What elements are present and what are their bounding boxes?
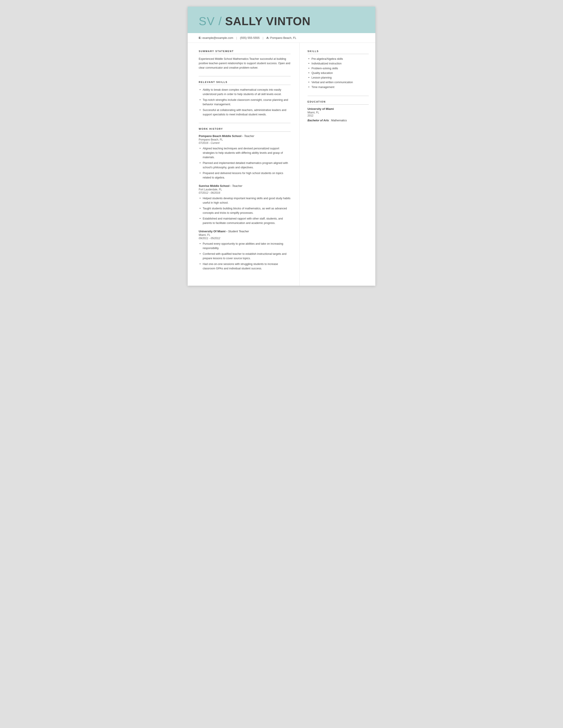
list-item: Successful at collaborating with teacher…: [199, 108, 291, 117]
email-value: example@example.com: [202, 36, 233, 39]
work-dates-2: 07/2012 - 06/2016: [199, 191, 291, 194]
education-title: EDUCATION: [308, 100, 369, 105]
list-item: Verbal and written communication: [308, 80, 369, 85]
list-item: Top-notch strengths include classroom ov…: [199, 98, 291, 107]
work-location-2: Fort Lauderdale, FL: [199, 188, 291, 191]
divider-1: [199, 76, 291, 76]
work-bullets-2: Helped students develop important learni…: [199, 196, 291, 225]
list-item: Individualized instruction: [308, 61, 369, 66]
address-label: A:: [266, 36, 269, 39]
right-column: SKILLS Pre-algebra/Algebra skills Indivi…: [300, 43, 375, 286]
contact-bar: E: example@example.com | (555) 555-5555 …: [188, 33, 375, 43]
work-dates-1: 07/2016 - Current: [199, 141, 291, 144]
work-location-3: Miami, FL: [199, 233, 291, 236]
relevant-skills-section: RELEVANT SKILLS Ability to break down co…: [199, 81, 291, 117]
summary-text: Experienced Middle School Mathematics Te…: [199, 57, 291, 70]
edu-degree: Bachelor of Arts : Mathematics: [308, 119, 369, 122]
work-entry-2: Sunrise Middle School - Teacher Fort Lau…: [199, 184, 291, 225]
education-entry-1: University of Miami Miami, FL 2012 Bache…: [308, 107, 369, 122]
address-value: Pompano Beach, FL: [270, 36, 297, 39]
list-item: Quality education: [308, 71, 369, 75]
edu-year: 2012: [308, 114, 369, 117]
header-slash: /: [218, 15, 221, 28]
email-label: E:: [199, 36, 201, 39]
header-title-row: SV / SALLY VINTON: [199, 15, 364, 28]
list-item: Time management: [308, 85, 369, 90]
relevant-skills-list: Ability to break down complex mathematic…: [199, 88, 291, 117]
work-org-1: Pompano Beach Middle School - Teacher: [199, 134, 291, 138]
phone-value: (555) 555-5555: [240, 36, 259, 39]
edu-location: Miami, FL: [308, 111, 369, 114]
skills-list: Pre-algebra/Algebra skills Individualize…: [308, 57, 369, 90]
list-item: Prepared and delivered lessons for high …: [199, 171, 291, 180]
education-section: EDUCATION University of Miami Miami, FL …: [308, 100, 369, 122]
work-org-2: Sunrise Middle School - Teacher: [199, 184, 291, 188]
header-initials: SV: [199, 15, 215, 27]
list-item: Conferred with qualified teacher to esta…: [199, 252, 291, 261]
list-item: Had one-on-one sessions with struggling …: [199, 262, 291, 271]
list-item: Ability to break down complex mathematic…: [199, 88, 291, 96]
list-item: Pursued every opportunity to grow abilit…: [199, 242, 291, 250]
list-item: Aligned teaching techniques and devised …: [199, 146, 291, 159]
body-columns: SUMMARY STATEMENT Experienced Middle Sch…: [188, 43, 375, 286]
summary-section: SUMMARY STATEMENT Experienced Middle Sch…: [199, 50, 291, 70]
summary-title: SUMMARY STATEMENT: [199, 50, 291, 54]
skills-title: SKILLS: [308, 50, 369, 54]
header-name: SALLY VINTON: [225, 15, 311, 27]
list-item: Problem-solving skills: [308, 66, 369, 71]
list-item: Lesson planning: [308, 75, 369, 80]
divider-3: [308, 96, 369, 96]
skills-section: SKILLS Pre-algebra/Algebra skills Indivi…: [308, 50, 369, 90]
list-item: Planned and implemented detailed mathema…: [199, 161, 291, 170]
edu-org: University of Miami: [308, 107, 369, 111]
resume-page: SV / SALLY VINTON E: example@example.com…: [188, 7, 375, 286]
work-entry-3: University Of Miami - Student Teacher Mi…: [199, 230, 291, 271]
work-bullets-3: Pursued every opportunity to grow abilit…: [199, 242, 291, 271]
left-column: SUMMARY STATEMENT Experienced Middle Sch…: [188, 43, 300, 286]
relevant-skills-title: RELEVANT SKILLS: [199, 81, 291, 85]
work-location-1: Pompano Beach, FL: [199, 138, 291, 141]
list-item: Taught students building blocks of mathe…: [199, 206, 291, 215]
list-item: Established and maintained rapport with …: [199, 216, 291, 225]
work-bullets-1: Aligned teaching techniques and devised …: [199, 146, 291, 180]
separator-1: |: [236, 36, 237, 39]
list-item: Helped students develop important learni…: [199, 196, 291, 205]
work-history-section: WORK HISTORY Pompano Beach Middle School…: [199, 128, 291, 271]
work-history-title: WORK HISTORY: [199, 128, 291, 132]
list-item: Pre-algebra/Algebra skills: [308, 57, 369, 61]
work-entry-1: Pompano Beach Middle School - Teacher Po…: [199, 134, 291, 180]
header-band: SV / SALLY VINTON: [188, 7, 375, 33]
work-org-3: University Of Miami - Student Teacher: [199, 230, 291, 233]
work-dates-3: 09/2011 - 05/2012: [199, 237, 291, 240]
separator-2: |: [262, 36, 263, 39]
